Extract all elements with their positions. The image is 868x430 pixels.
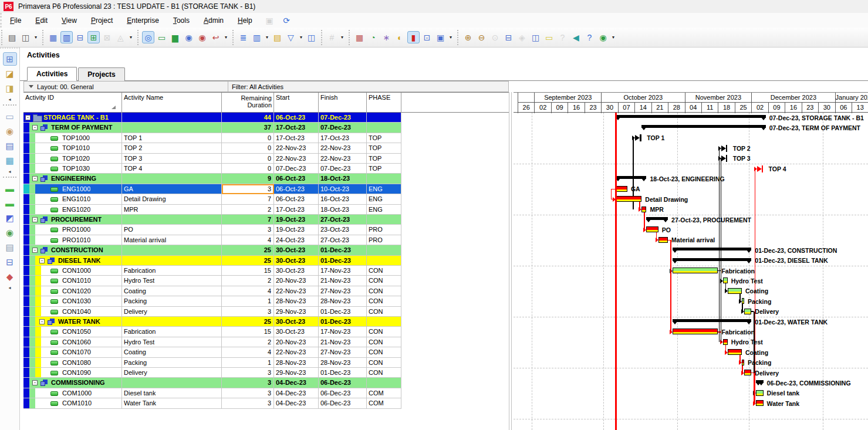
task-bar[interactable] [646, 226, 658, 232]
pane-splitter[interactable] [509, 92, 509, 430]
column-header-activity-id[interactable]: Activity ID [23, 93, 122, 113]
help-caret[interactable]: ▾ [610, 31, 616, 43]
collapse-toggle[interactable]: - [32, 380, 38, 385]
table-row-con1040[interactable]: CON1040Delivery329-Nov-2301-Dec-23CON [23, 307, 509, 317]
task-bar[interactable] [616, 196, 642, 202]
view-caret[interactable]: ▾ [128, 31, 134, 43]
menu-edit[interactable]: Edit [35, 16, 48, 25]
table-row-top1010[interactable]: TOP1010TOP 2022-Nov-2322-Nov-23TOP [23, 143, 509, 153]
task-bar[interactable] [728, 288, 742, 294]
save-icon[interactable]: ▣ [264, 14, 276, 26]
summary-bar[interactable] [641, 125, 765, 128]
table-row-water-tank[interactable]: -WATER TANK2530-Oct-2301-Dec-23 [23, 317, 509, 327]
columns-icon[interactable]: ▥ [251, 31, 263, 43]
menu-file[interactable]: File [10, 16, 21, 25]
table-row-con1010[interactable]: CON1010Hydro Test220-Nov-2321-Nov-23CON [23, 276, 509, 286]
sidebar-tracking-icon[interactable]: ▦ [3, 154, 17, 167]
column-header-finish[interactable]: Finish [319, 93, 367, 113]
timescale-week[interactable]: 28 [668, 103, 684, 113]
task-bar[interactable] [616, 186, 627, 192]
collapse-toggle[interactable]: - [32, 125, 38, 130]
task-bar[interactable] [641, 206, 646, 212]
sidebar-activities-icon[interactable]: ▬ [3, 182, 17, 195]
column-header-remaining-duration[interactable]: Remaining Duration [222, 93, 274, 113]
task-bar[interactable] [673, 329, 718, 334]
sidebar-obs-icon[interactable]: ▤ [3, 139, 17, 153]
hint-help-icon[interactable]: ? [556, 31, 569, 43]
add-activity-icon[interactable]: ▭ [156, 31, 168, 43]
sidebar-new-project-icon[interactable]: ⊞ [3, 52, 17, 66]
collapse-toggle[interactable]: - [32, 217, 38, 222]
sidebar-open-project-icon[interactable]: ◪ [3, 67, 17, 80]
table-row-con1060[interactable]: CON1060Hydro Test220-Nov-2321-Nov-23CON [23, 337, 509, 347]
timescale-week[interactable]: 04 [685, 103, 701, 113]
table-row-con1090[interactable]: CON1090Delivery329-Nov-2301-Dec-23CON [23, 368, 509, 378]
sidebar-calculator-icon[interactable]: ⊟ [3, 255, 17, 269]
horizontal-split-icon[interactable]: ⊟ [502, 31, 515, 43]
reassign-icon[interactable]: ↩ [210, 31, 222, 43]
number-caret[interactable]: ▾ [339, 31, 345, 43]
menu-tools[interactable]: Tools [173, 16, 190, 25]
collapse-toggle[interactable]: - [32, 176, 38, 181]
tools-caret[interactable]: ▾ [448, 31, 454, 43]
whats-new-icon[interactable]: ◀ [570, 31, 582, 43]
column-header-activity-name[interactable]: Activity Name [122, 93, 222, 113]
bars-icon[interactable]: ≣ [237, 31, 249, 43]
sidebar-collapse-icon[interactable]: ◂ [3, 285, 17, 291]
table-row-engineering[interactable]: -ENGINEERING906-Oct-2318-Oct-23 [23, 174, 509, 184]
task-bar[interactable] [756, 390, 763, 396]
relationships-icon[interactable]: ⊠ [101, 31, 113, 43]
schedule-icon[interactable]: ◔ [367, 31, 379, 43]
timescale-month[interactable]: November 2023 [685, 93, 752, 103]
table-row-con1070[interactable]: CON1070Coating422-Nov-2327-Nov-23CON [23, 347, 509, 357]
print-caret[interactable]: ▾ [33, 31, 39, 43]
timescale-week[interactable]: 30 [818, 103, 835, 113]
menu-project[interactable]: Project [91, 16, 113, 25]
table-row-con1050[interactable]: CON1050Fabrication1530-Oct-2317-Nov-23CO… [23, 327, 509, 337]
timescale-week[interactable]: 16 [568, 103, 584, 113]
task-bar[interactable] [723, 339, 728, 345]
layout-chevron-icon[interactable] [29, 85, 33, 88]
table-row-con1030[interactable]: CON1030Packing128-Nov-2328-Nov-23CON [23, 296, 509, 306]
timescale-week[interactable]: 09 [768, 103, 785, 113]
task-bar[interactable] [742, 298, 744, 304]
collapse-toggle[interactable]: - [32, 248, 38, 253]
assign-caret[interactable]: ▾ [223, 31, 229, 43]
sidebar-resource-assignments-icon[interactable]: ◉ [3, 226, 17, 239]
sidebar-wbs-icon[interactable]: ◩ [3, 211, 17, 225]
table-row-eng1020[interactable]: ENG1020MPR217-Oct-2318-Oct-23ENG [23, 205, 509, 215]
filter-caret[interactable]: ▾ [298, 31, 304, 43]
task-bar[interactable] [742, 360, 744, 365]
timescale-icon[interactable]: ▤ [271, 31, 283, 43]
timescale-month[interactable]: January 2024 [835, 93, 868, 103]
table-row-storage-tank---b1[interactable]: -STORAGE TANK - B14406-Oct-2307-Dec-23 [23, 113, 509, 123]
task-bar[interactable] [728, 349, 742, 355]
data-date-icon[interactable]: ▮ [407, 31, 420, 43]
timescale-month[interactable]: September 2023 [534, 93, 601, 103]
table-row-com1000[interactable]: COM1000Diesel tank304-Dec-2306-Dec-23COM [23, 388, 509, 398]
task-bar[interactable] [723, 277, 728, 283]
filter-icon[interactable]: ▽ [285, 31, 297, 43]
table-row-procurement[interactable]: -PROCUREMENT719-Oct-2327-Oct-23 [23, 215, 509, 225]
activity-table-icon[interactable]: ▦ [47, 31, 59, 43]
menu-enterprise[interactable]: Enterprise [127, 16, 159, 25]
milestone-marker[interactable] [635, 135, 640, 141]
timescale-month[interactable]: October 2023 [601, 93, 684, 103]
help-icon[interactable]: ? [583, 31, 596, 43]
collapse-toggle[interactable]: - [25, 115, 31, 120]
menu-admin[interactable]: Admin [204, 16, 224, 25]
milestone-marker[interactable] [721, 145, 726, 151]
number-format-icon[interactable]: # [326, 31, 338, 43]
columns-caret[interactable]: ▾ [264, 31, 270, 43]
progress-spotlight-icon[interactable]: ◐ [394, 31, 406, 43]
wbs-hierarchy-icon[interactable]: ◬ [114, 31, 127, 43]
layout-bar[interactable]: Layout: 00. General Filter: All Activiti… [23, 81, 509, 92]
milestone-marker[interactable] [721, 155, 726, 161]
timescale-week[interactable]: 06 [835, 103, 852, 113]
store-period-icon[interactable]: ⊡ [421, 31, 433, 43]
level-resources-icon[interactable]: ∗ [380, 31, 393, 43]
summary-bar[interactable] [616, 115, 766, 118]
menu-view[interactable]: View [62, 16, 77, 25]
remaining-duration-edit-cell[interactable]: 3 [222, 184, 274, 194]
notebook-icon[interactable]: ▭ [543, 31, 555, 43]
